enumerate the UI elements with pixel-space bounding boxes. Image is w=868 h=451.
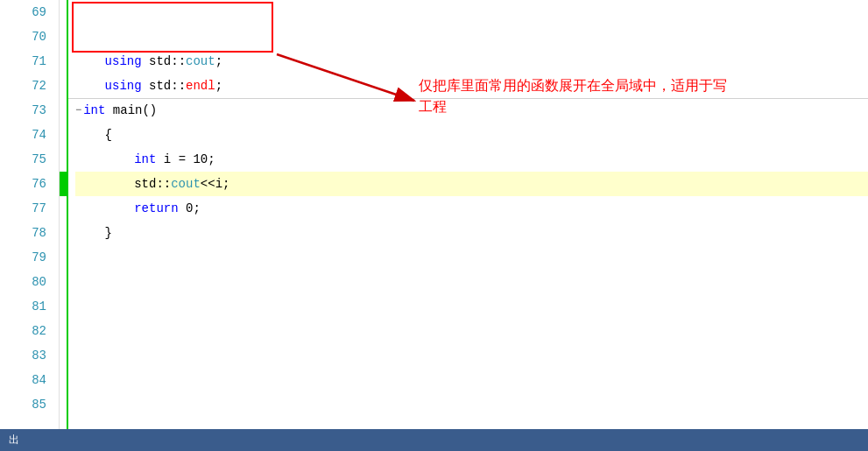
code-line-84 bbox=[75, 368, 868, 392]
gutter-75 bbox=[60, 147, 67, 172]
code-cout: cout bbox=[186, 49, 215, 74]
gutter-74 bbox=[60, 123, 67, 147]
code-line-80 bbox=[75, 270, 868, 294]
line-num-76: 76 bbox=[0, 172, 52, 196]
code-i-decl: i = 10; bbox=[156, 147, 215, 172]
line-num-73: 73 bbox=[0, 98, 52, 123]
code-line-76: std:: cout <<i; bbox=[75, 172, 868, 196]
annotation-text: 仅把库里面常用的函数展开在全局域中，适用于写工程 bbox=[419, 75, 734, 117]
keyword-return: return bbox=[134, 196, 178, 221]
line-num-70: 70 bbox=[0, 25, 52, 49]
editor-container: 69 70 71 72 73 74 75 76 77 78 79 80 81 8… bbox=[0, 0, 868, 429]
code-line-82 bbox=[75, 319, 868, 343]
line-num-80: 80 bbox=[0, 270, 52, 294]
code-output: <<i; bbox=[201, 172, 230, 196]
gutter-70 bbox=[60, 25, 67, 49]
code-line-70 bbox=[75, 25, 868, 49]
line-num-84: 84 bbox=[0, 368, 52, 392]
line-num-85: 85 bbox=[0, 392, 52, 417]
code-spaces-76: std:: bbox=[75, 172, 171, 196]
line-num-78: 78 bbox=[0, 221, 52, 245]
gutter-80 bbox=[60, 270, 67, 294]
code-brace-close: } bbox=[75, 221, 112, 245]
code-line-75: int i = 10; bbox=[75, 147, 868, 172]
keyword-int-73: int bbox=[83, 98, 105, 123]
code-line-78: } bbox=[75, 221, 868, 245]
code-std-71: std:: bbox=[142, 49, 186, 74]
line-num-79: 79 bbox=[0, 245, 52, 270]
code-area: 69 70 71 72 73 74 75 76 77 78 79 80 81 8… bbox=[0, 0, 868, 429]
code-endl: endl bbox=[186, 74, 215, 98]
code-content[interactable]: 仅把库里面常用的函数展开在全局域中，适用于写工程 using std:: cou… bbox=[68, 0, 868, 429]
gutter-82 bbox=[60, 319, 67, 343]
gutter-73 bbox=[60, 98, 67, 123]
line-num-69: 69 bbox=[0, 0, 52, 25]
gutter-85 bbox=[60, 392, 67, 417]
code-line-77: return 0; bbox=[75, 196, 868, 221]
code-line-74: { bbox=[75, 123, 868, 147]
code-line-81 bbox=[75, 294, 868, 319]
code-line-71: using std:: cout ; bbox=[75, 49, 868, 74]
gutter bbox=[60, 0, 68, 429]
line-num-75: 75 bbox=[0, 147, 52, 172]
separator-line bbox=[68, 98, 868, 99]
gutter-72 bbox=[60, 74, 67, 98]
code-semi-72: ; bbox=[215, 74, 222, 98]
code-line-85 bbox=[75, 392, 868, 417]
line-num-81: 81 bbox=[0, 294, 52, 319]
status-left: 出 bbox=[9, 433, 19, 447]
code-line-79 bbox=[75, 245, 868, 270]
code-std-72: std:: bbox=[142, 74, 186, 98]
code-spaces-77 bbox=[75, 196, 134, 221]
code-line-69 bbox=[75, 0, 868, 25]
line-num-77: 77 bbox=[0, 196, 52, 221]
gutter-79 bbox=[60, 245, 67, 270]
code-return-val: 0; bbox=[179, 196, 201, 221]
code-semi-71: ; bbox=[215, 49, 222, 74]
gutter-71 bbox=[60, 49, 67, 74]
code-brace-open: { bbox=[75, 123, 112, 147]
code-main: main() bbox=[105, 98, 157, 123]
code-line-83 bbox=[75, 343, 868, 368]
keyword-using-72: using bbox=[75, 74, 142, 98]
gutter-76 bbox=[60, 172, 67, 196]
line-num-71: 71 bbox=[0, 49, 52, 74]
line-num-72: 72 bbox=[0, 74, 52, 98]
gutter-78 bbox=[60, 221, 67, 245]
gutter-83 bbox=[60, 343, 67, 368]
gutter-84 bbox=[60, 368, 67, 392]
gutter-81 bbox=[60, 294, 67, 319]
code-spaces-75 bbox=[75, 147, 134, 172]
line-num-82: 82 bbox=[0, 319, 52, 343]
collapse-icon-73[interactable]: − bbox=[75, 98, 81, 123]
code-cout-76: cout bbox=[171, 172, 201, 196]
line-num-74: 74 bbox=[0, 123, 52, 147]
gutter-69 bbox=[60, 0, 67, 25]
gutter-77 bbox=[60, 196, 67, 221]
keyword-int-75: int bbox=[134, 147, 156, 172]
keyword-using-71: using bbox=[75, 49, 142, 74]
line-num-83: 83 bbox=[0, 343, 52, 368]
line-numbers: 69 70 71 72 73 74 75 76 77 78 79 80 81 8… bbox=[0, 0, 60, 429]
statusbar: 出 bbox=[0, 429, 868, 451]
